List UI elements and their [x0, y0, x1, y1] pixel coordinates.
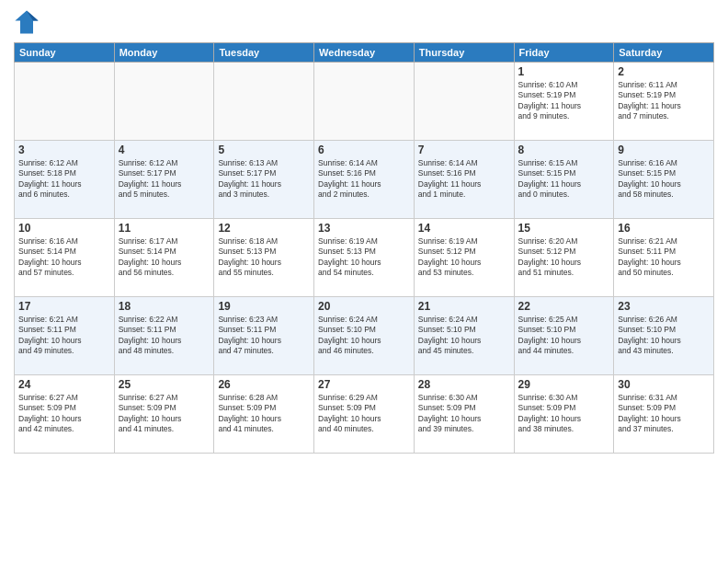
day-number: 15: [518, 222, 610, 235]
calendar-day-cell: 28Sunrise: 6:30 AM Sunset: 5:09 PM Dayli…: [414, 375, 514, 454]
day-number: 20: [318, 300, 410, 313]
calendar-day-cell: 24Sunrise: 6:27 AM Sunset: 5:09 PM Dayli…: [15, 375, 115, 454]
day-info: Sunrise: 6:24 AM Sunset: 5:10 PM Dayligh…: [418, 315, 510, 357]
day-info: Sunrise: 6:23 AM Sunset: 5:11 PM Dayligh…: [218, 315, 310, 357]
day-number: 8: [518, 144, 610, 156]
day-number: 19: [218, 300, 310, 313]
svg-marker-0: [15, 10, 38, 33]
day-info: Sunrise: 6:11 AM Sunset: 5:19 PM Dayligh…: [618, 80, 710, 122]
day-number: 6: [318, 144, 410, 156]
calendar-day-cell: 14Sunrise: 6:19 AM Sunset: 5:12 PM Dayli…: [414, 219, 514, 297]
day-info: Sunrise: 6:17 AM Sunset: 5:14 PM Dayligh…: [119, 236, 210, 279]
day-info: Sunrise: 6:25 AM Sunset: 5:10 PM Dayligh…: [518, 315, 610, 357]
day-number: 11: [119, 222, 210, 235]
calendar-week-row: 17Sunrise: 6:21 AM Sunset: 5:11 PM Dayli…: [15, 297, 714, 375]
calendar-day-cell: 8Sunrise: 6:15 AM Sunset: 5:15 PM Daylig…: [514, 141, 614, 219]
day-number: 29: [518, 378, 610, 391]
calendar-day-cell: 15Sunrise: 6:20 AM Sunset: 5:12 PM Dayli…: [514, 219, 614, 297]
day-info: Sunrise: 6:22 AM Sunset: 5:11 PM Dayligh…: [119, 315, 210, 357]
day-number: 18: [119, 300, 210, 313]
day-info: Sunrise: 6:28 AM Sunset: 5:09 PM Dayligh…: [218, 393, 310, 435]
day-info: Sunrise: 6:16 AM Sunset: 5:15 PM Dayligh…: [618, 158, 710, 201]
calendar-day-cell: 3Sunrise: 6:12 AM Sunset: 5:18 PM Daylig…: [15, 141, 115, 219]
header: [14, 9, 714, 35]
calendar-day-cell: 1Sunrise: 6:10 AM Sunset: 5:19 PM Daylig…: [514, 63, 614, 141]
day-info: Sunrise: 6:21 AM Sunset: 5:11 PM Dayligh…: [618, 236, 710, 279]
day-info: Sunrise: 6:12 AM Sunset: 5:18 PM Dayligh…: [18, 158, 110, 201]
calendar-day-cell: 22Sunrise: 6:25 AM Sunset: 5:10 PM Dayli…: [514, 297, 614, 375]
calendar-day-cell: 11Sunrise: 6:17 AM Sunset: 5:14 PM Dayli…: [114, 219, 214, 297]
day-number: 22: [518, 300, 610, 313]
day-number: 10: [18, 222, 110, 235]
day-info: Sunrise: 6:30 AM Sunset: 5:09 PM Dayligh…: [518, 393, 610, 435]
day-info: Sunrise: 6:24 AM Sunset: 5:10 PM Dayligh…: [318, 315, 410, 357]
day-info: Sunrise: 6:29 AM Sunset: 5:09 PM Dayligh…: [318, 393, 410, 435]
day-number: 13: [318, 222, 410, 235]
calendar-week-row: 10Sunrise: 6:16 AM Sunset: 5:14 PM Dayli…: [15, 219, 714, 297]
calendar-day-cell: 5Sunrise: 6:13 AM Sunset: 5:17 PM Daylig…: [214, 141, 314, 219]
calendar-day-cell: 10Sunrise: 6:16 AM Sunset: 5:14 PM Dayli…: [15, 219, 115, 297]
day-number: 27: [318, 378, 410, 391]
weekday-header: Wednesday: [314, 43, 415, 63]
day-number: 23: [618, 300, 710, 313]
day-number: 1: [518, 65, 610, 78]
logo-icon: [14, 9, 40, 35]
calendar-day-cell: 30Sunrise: 6:31 AM Sunset: 5:09 PM Dayli…: [614, 375, 714, 454]
day-info: Sunrise: 6:16 AM Sunset: 5:14 PM Dayligh…: [18, 236, 110, 279]
calendar-day-cell: [314, 63, 415, 141]
calendar-day-cell: 27Sunrise: 6:29 AM Sunset: 5:09 PM Dayli…: [314, 375, 415, 454]
day-info: Sunrise: 6:15 AM Sunset: 5:15 PM Dayligh…: [518, 158, 610, 201]
day-number: 16: [618, 222, 710, 235]
day-info: Sunrise: 6:14 AM Sunset: 5:16 PM Dayligh…: [318, 158, 410, 201]
day-number: 12: [218, 222, 310, 235]
calendar-day-cell: 29Sunrise: 6:30 AM Sunset: 5:09 PM Dayli…: [514, 375, 614, 454]
day-number: 4: [119, 144, 210, 156]
day-info: Sunrise: 6:30 AM Sunset: 5:09 PM Dayligh…: [418, 393, 510, 435]
day-info: Sunrise: 6:10 AM Sunset: 5:19 PM Dayligh…: [518, 80, 610, 122]
weekday-header: Tuesday: [214, 43, 314, 63]
day-number: 2: [618, 65, 710, 78]
weekday-header: Saturday: [614, 43, 714, 63]
calendar-day-cell: 17Sunrise: 6:21 AM Sunset: 5:11 PM Dayli…: [15, 297, 115, 375]
calendar-day-cell: 21Sunrise: 6:24 AM Sunset: 5:10 PM Dayli…: [414, 297, 514, 375]
calendar-day-cell: 20Sunrise: 6:24 AM Sunset: 5:10 PM Dayli…: [314, 297, 415, 375]
calendar-day-cell: [214, 63, 314, 141]
calendar-day-cell: 2Sunrise: 6:11 AM Sunset: 5:19 PM Daylig…: [614, 63, 714, 141]
day-number: 25: [119, 378, 210, 391]
day-number: 21: [418, 300, 510, 313]
day-number: 3: [18, 144, 110, 156]
day-info: Sunrise: 6:12 AM Sunset: 5:17 PM Dayligh…: [119, 158, 210, 201]
calendar-week-row: 24Sunrise: 6:27 AM Sunset: 5:09 PM Dayli…: [15, 375, 714, 454]
calendar: SundayMondayTuesdayWednesdayThursdayFrid…: [14, 42, 714, 454]
calendar-day-cell: [15, 63, 115, 141]
calendar-day-cell: 16Sunrise: 6:21 AM Sunset: 5:11 PM Dayli…: [614, 219, 714, 297]
weekday-header: Sunday: [15, 43, 115, 63]
day-info: Sunrise: 6:21 AM Sunset: 5:11 PM Dayligh…: [18, 315, 110, 357]
day-number: 7: [418, 144, 510, 156]
day-number: 24: [18, 378, 110, 391]
day-info: Sunrise: 6:27 AM Sunset: 5:09 PM Dayligh…: [119, 393, 210, 435]
weekday-header: Thursday: [414, 43, 514, 63]
calendar-day-cell: 26Sunrise: 6:28 AM Sunset: 5:09 PM Dayli…: [214, 375, 314, 454]
day-info: Sunrise: 6:26 AM Sunset: 5:10 PM Dayligh…: [618, 315, 710, 357]
calendar-day-cell: 9Sunrise: 6:16 AM Sunset: 5:15 PM Daylig…: [614, 141, 714, 219]
day-info: Sunrise: 6:14 AM Sunset: 5:16 PM Dayligh…: [418, 158, 510, 201]
day-number: 17: [18, 300, 110, 313]
calendar-day-cell: 13Sunrise: 6:19 AM Sunset: 5:13 PM Dayli…: [314, 219, 415, 297]
day-info: Sunrise: 6:20 AM Sunset: 5:12 PM Dayligh…: [518, 236, 610, 279]
calendar-day-cell: 25Sunrise: 6:27 AM Sunset: 5:09 PM Dayli…: [114, 375, 214, 454]
day-info: Sunrise: 6:31 AM Sunset: 5:09 PM Dayligh…: [618, 393, 710, 435]
day-info: Sunrise: 6:27 AM Sunset: 5:09 PM Dayligh…: [18, 393, 110, 435]
day-number: 14: [418, 222, 510, 235]
logo: [14, 9, 43, 35]
weekday-header: Monday: [114, 43, 214, 63]
calendar-day-cell: 19Sunrise: 6:23 AM Sunset: 5:11 PM Dayli…: [214, 297, 314, 375]
calendar-day-cell: 18Sunrise: 6:22 AM Sunset: 5:11 PM Dayli…: [114, 297, 214, 375]
calendar-day-cell: [114, 63, 214, 141]
calendar-day-cell: 12Sunrise: 6:18 AM Sunset: 5:13 PM Dayli…: [214, 219, 314, 297]
calendar-header-row: SundayMondayTuesdayWednesdayThursdayFrid…: [15, 43, 714, 63]
calendar-day-cell: 4Sunrise: 6:12 AM Sunset: 5:17 PM Daylig…: [114, 141, 214, 219]
day-info: Sunrise: 6:18 AM Sunset: 5:13 PM Dayligh…: [218, 236, 310, 279]
page-container: SundayMondayTuesdayWednesdayThursdayFrid…: [0, 0, 728, 563]
calendar-day-cell: 7Sunrise: 6:14 AM Sunset: 5:16 PM Daylig…: [414, 141, 514, 219]
